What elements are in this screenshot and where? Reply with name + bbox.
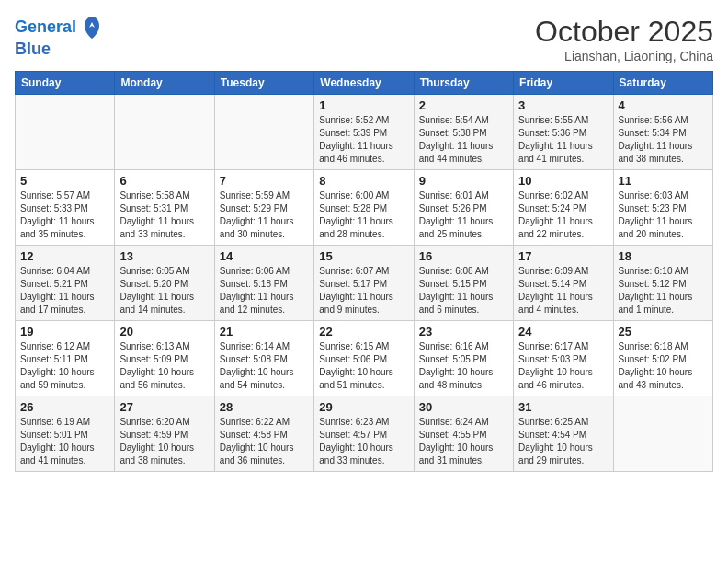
calendar-week-row: 1Sunrise: 5:52 AMSunset: 5:39 PMDaylight… — [16, 95, 713, 170]
day-number: 19 — [20, 325, 109, 339]
day-number: 11 — [619, 174, 708, 188]
calendar-week-row: 12Sunrise: 6:04 AMSunset: 5:21 PMDayligh… — [16, 246, 713, 321]
day-info: Sunrise: 6:03 AMSunset: 5:23 PMDaylight:… — [619, 190, 708, 241]
calendar-cell: 11Sunrise: 6:03 AMSunset: 5:23 PMDayligh… — [613, 170, 712, 246]
day-number: 20 — [119, 325, 209, 339]
page-header: General Blue October 2025 Lianshan, Liao… — [15, 15, 713, 63]
calendar-cell: 10Sunrise: 6:02 AMSunset: 5:24 PMDayligh… — [514, 170, 613, 246]
calendar-cell: 6Sunrise: 5:58 AMSunset: 5:31 PMDaylight… — [115, 170, 214, 246]
calendar-cell: 15Sunrise: 6:07 AMSunset: 5:17 PMDayligh… — [314, 246, 414, 321]
day-number: 24 — [518, 325, 608, 339]
calendar-cell: 20Sunrise: 6:13 AMSunset: 5:09 PMDayligh… — [115, 321, 214, 396]
day-info: Sunrise: 6:04 AMSunset: 5:21 PMDaylight:… — [20, 265, 109, 316]
weekday-header: Wednesday — [314, 72, 414, 95]
calendar-cell: 3Sunrise: 5:55 AMSunset: 5:36 PMDaylight… — [514, 95, 613, 170]
calendar-cell — [16, 95, 115, 170]
calendar-cell: 12Sunrise: 6:04 AMSunset: 5:21 PMDayligh… — [16, 246, 115, 321]
weekday-header: Saturday — [613, 72, 712, 95]
day-info: Sunrise: 6:20 AMSunset: 4:59 PMDaylight:… — [119, 416, 209, 467]
day-info: Sunrise: 5:55 AMSunset: 5:36 PMDaylight:… — [518, 114, 608, 166]
month-title: October 2025 — [535, 15, 713, 49]
day-number: 2 — [419, 98, 508, 112]
calendar-cell: 22Sunrise: 6:15 AMSunset: 5:06 PMDayligh… — [314, 321, 414, 396]
day-info: Sunrise: 6:10 AMSunset: 5:12 PMDaylight:… — [619, 265, 708, 316]
day-info: Sunrise: 6:24 AMSunset: 4:55 PMDaylight:… — [419, 416, 508, 467]
day-number: 23 — [419, 325, 508, 339]
day-number: 16 — [419, 249, 508, 263]
day-info: Sunrise: 6:16 AMSunset: 5:05 PMDaylight:… — [419, 340, 508, 392]
title-block: October 2025 Lianshan, Liaoning, China — [535, 15, 713, 63]
calendar-cell: 21Sunrise: 6:14 AMSunset: 5:08 PMDayligh… — [214, 321, 313, 396]
weekday-header: Monday — [115, 72, 214, 95]
day-number: 18 — [619, 249, 708, 263]
day-info: Sunrise: 5:59 AMSunset: 5:29 PMDaylight:… — [220, 190, 309, 241]
calendar-cell: 24Sunrise: 6:17 AMSunset: 5:03 PMDayligh… — [514, 321, 613, 396]
calendar-cell: 29Sunrise: 6:23 AMSunset: 4:57 PMDayligh… — [314, 396, 414, 472]
calendar-cell: 19Sunrise: 6:12 AMSunset: 5:11 PMDayligh… — [16, 321, 115, 396]
calendar-cell: 27Sunrise: 6:20 AMSunset: 4:59 PMDayligh… — [115, 396, 214, 472]
calendar-cell — [115, 95, 214, 170]
calendar-cell: 28Sunrise: 6:22 AMSunset: 4:58 PMDayligh… — [214, 396, 313, 472]
day-info: Sunrise: 6:23 AMSunset: 4:57 PMDaylight:… — [319, 416, 408, 467]
day-number: 30 — [419, 400, 508, 414]
weekday-header-row: SundayMondayTuesdayWednesdayThursdayFrid… — [16, 72, 713, 95]
day-number: 8 — [319, 174, 408, 188]
calendar-week-row: 26Sunrise: 6:19 AMSunset: 5:01 PMDayligh… — [16, 396, 713, 472]
day-info: Sunrise: 6:07 AMSunset: 5:17 PMDaylight:… — [319, 265, 408, 316]
calendar-cell: 4Sunrise: 5:56 AMSunset: 5:34 PMDaylight… — [613, 95, 712, 170]
logo: General Blue — [15, 15, 101, 59]
day-info: Sunrise: 6:05 AMSunset: 5:20 PMDaylight:… — [119, 265, 209, 316]
weekday-header: Friday — [514, 72, 613, 95]
day-info: Sunrise: 6:02 AMSunset: 5:24 PMDaylight:… — [518, 190, 608, 241]
day-number: 17 — [518, 249, 608, 263]
day-info: Sunrise: 6:13 AMSunset: 5:09 PMDaylight:… — [119, 340, 209, 392]
day-number: 22 — [319, 325, 408, 339]
day-info: Sunrise: 6:14 AMSunset: 5:08 PMDaylight:… — [220, 340, 309, 392]
calendar-week-row: 5Sunrise: 5:57 AMSunset: 5:33 PMDaylight… — [16, 170, 713, 246]
day-number: 13 — [119, 249, 209, 263]
logo-text: General — [15, 15, 101, 40]
day-number: 12 — [20, 249, 109, 263]
calendar-table: SundayMondayTuesdayWednesdayThursdayFrid… — [15, 71, 713, 472]
day-number: 15 — [319, 249, 408, 263]
day-info: Sunrise: 6:09 AMSunset: 5:14 PMDaylight:… — [518, 265, 608, 316]
calendar-cell: 1Sunrise: 5:52 AMSunset: 5:39 PMDaylight… — [314, 95, 414, 170]
day-info: Sunrise: 6:22 AMSunset: 4:58 PMDaylight:… — [220, 416, 309, 467]
day-info: Sunrise: 6:06 AMSunset: 5:18 PMDaylight:… — [220, 265, 309, 316]
day-info: Sunrise: 6:00 AMSunset: 5:28 PMDaylight:… — [319, 190, 408, 241]
day-info: Sunrise: 5:56 AMSunset: 5:34 PMDaylight:… — [619, 114, 708, 166]
calendar-cell: 31Sunrise: 6:25 AMSunset: 4:54 PMDayligh… — [514, 396, 613, 472]
day-number: 27 — [119, 400, 209, 414]
weekday-header: Sunday — [16, 72, 115, 95]
day-info: Sunrise: 6:25 AMSunset: 4:54 PMDaylight:… — [518, 416, 608, 467]
calendar-cell: 16Sunrise: 6:08 AMSunset: 5:15 PMDayligh… — [414, 246, 513, 321]
day-number: 21 — [220, 325, 309, 339]
logo-blue: Blue — [15, 40, 101, 59]
day-number: 7 — [220, 174, 309, 188]
calendar-cell: 17Sunrise: 6:09 AMSunset: 5:14 PMDayligh… — [514, 246, 613, 321]
day-number: 4 — [619, 98, 708, 112]
day-info: Sunrise: 5:54 AMSunset: 5:38 PMDaylight:… — [419, 114, 508, 166]
day-info: Sunrise: 6:19 AMSunset: 5:01 PMDaylight:… — [20, 416, 109, 467]
day-number: 29 — [319, 400, 408, 414]
day-number: 31 — [518, 400, 608, 414]
weekday-header: Thursday — [414, 72, 513, 95]
calendar-cell: 26Sunrise: 6:19 AMSunset: 5:01 PMDayligh… — [16, 396, 115, 472]
day-info: Sunrise: 6:18 AMSunset: 5:02 PMDaylight:… — [619, 340, 708, 392]
calendar-cell: 18Sunrise: 6:10 AMSunset: 5:12 PMDayligh… — [613, 246, 712, 321]
calendar-cell: 13Sunrise: 6:05 AMSunset: 5:20 PMDayligh… — [115, 246, 214, 321]
calendar-cell: 25Sunrise: 6:18 AMSunset: 5:02 PMDayligh… — [613, 321, 712, 396]
day-info: Sunrise: 6:01 AMSunset: 5:26 PMDaylight:… — [419, 190, 508, 241]
day-info: Sunrise: 5:57 AMSunset: 5:33 PMDaylight:… — [20, 190, 109, 241]
calendar-cell: 9Sunrise: 6:01 AMSunset: 5:26 PMDaylight… — [414, 170, 513, 246]
calendar-cell: 23Sunrise: 6:16 AMSunset: 5:05 PMDayligh… — [414, 321, 513, 396]
day-number: 6 — [119, 174, 209, 188]
calendar-cell: 2Sunrise: 5:54 AMSunset: 5:38 PMDaylight… — [414, 95, 513, 170]
day-info: Sunrise: 6:12 AMSunset: 5:11 PMDaylight:… — [20, 340, 109, 392]
location: Lianshan, Liaoning, China — [535, 49, 713, 63]
calendar-cell: 30Sunrise: 6:24 AMSunset: 4:55 PMDayligh… — [414, 396, 513, 472]
day-number: 25 — [619, 325, 708, 339]
calendar-cell — [613, 396, 712, 472]
calendar-cell: 8Sunrise: 6:00 AMSunset: 5:28 PMDaylight… — [314, 170, 414, 246]
day-number: 26 — [20, 400, 109, 414]
